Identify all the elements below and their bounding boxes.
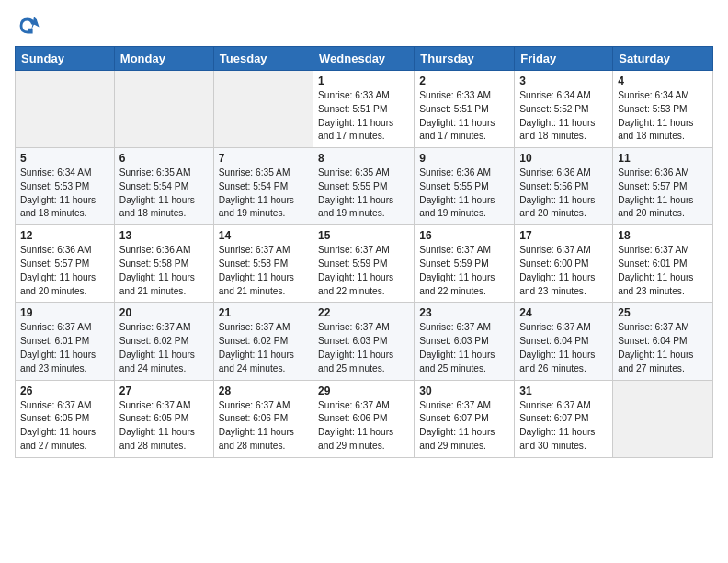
day-info: Sunrise: 6:37 AM Sunset: 6:04 PM Dayligh… <box>519 321 608 375</box>
day-number: 23 <box>419 306 509 319</box>
logo-icon <box>15 13 40 39</box>
day-number: 11 <box>618 152 708 165</box>
weekday-header-sunday: Sunday <box>16 47 115 71</box>
day-cell-24: 24Sunrise: 6:37 AM Sunset: 6:04 PM Dayli… <box>515 303 613 380</box>
day-cell-2: 2Sunrise: 6:33 AM Sunset: 5:51 PM Daylig… <box>415 71 515 148</box>
day-info: Sunrise: 6:35 AM Sunset: 5:54 PM Dayligh… <box>119 167 209 221</box>
day-cell-28: 28Sunrise: 6:37 AM Sunset: 6:06 PM Dayli… <box>213 380 313 457</box>
day-info: Sunrise: 6:37 AM Sunset: 6:06 PM Dayligh… <box>219 399 308 454</box>
day-number: 10 <box>519 152 608 165</box>
day-info: Sunrise: 6:36 AM Sunset: 5:57 PM Dayligh… <box>618 167 708 221</box>
day-number: 4 <box>618 75 708 87</box>
weekday-header-wednesday: Wednesday <box>313 47 415 71</box>
day-number: 3 <box>519 75 608 87</box>
day-number: 8 <box>318 152 409 165</box>
day-info: Sunrise: 6:37 AM Sunset: 6:01 PM Dayligh… <box>618 244 708 298</box>
day-number: 26 <box>20 385 109 397</box>
empty-cell <box>114 71 213 148</box>
day-info: Sunrise: 6:37 AM Sunset: 6:07 PM Dayligh… <box>419 399 509 454</box>
weekday-header-friday: Friday <box>515 47 613 71</box>
day-cell-31: 31Sunrise: 6:37 AM Sunset: 6:07 PM Dayli… <box>515 380 613 457</box>
day-info: Sunrise: 6:35 AM Sunset: 5:55 PM Dayligh… <box>318 167 409 221</box>
day-number: 2 <box>419 75 509 87</box>
day-number: 29 <box>318 385 409 397</box>
day-info: Sunrise: 6:33 AM Sunset: 5:51 PM Dayligh… <box>318 89 409 144</box>
page: SundayMondayTuesdayWednesdayThursdayFrid… <box>0 0 728 473</box>
weekday-header-monday: Monday <box>114 47 213 71</box>
day-info: Sunrise: 6:37 AM Sunset: 6:03 PM Dayligh… <box>318 321 409 375</box>
day-cell-12: 12Sunrise: 6:36 AM Sunset: 5:57 PM Dayli… <box>16 225 115 303</box>
day-info: Sunrise: 6:37 AM Sunset: 5:59 PM Dayligh… <box>318 244 409 298</box>
day-number: 18 <box>618 229 708 242</box>
header <box>15 9 713 39</box>
day-cell-1: 1Sunrise: 6:33 AM Sunset: 5:51 PM Daylig… <box>313 71 415 148</box>
day-info: Sunrise: 6:36 AM Sunset: 5:55 PM Dayligh… <box>419 167 509 221</box>
day-cell-20: 20Sunrise: 6:37 AM Sunset: 6:02 PM Dayli… <box>114 303 213 380</box>
day-cell-30: 30Sunrise: 6:37 AM Sunset: 6:07 PM Dayli… <box>415 380 515 457</box>
day-cell-11: 11Sunrise: 6:36 AM Sunset: 5:57 PM Dayli… <box>613 148 713 225</box>
day-cell-14: 14Sunrise: 6:37 AM Sunset: 5:58 PM Dayli… <box>213 225 313 303</box>
day-cell-9: 9Sunrise: 6:36 AM Sunset: 5:55 PM Daylig… <box>415 148 515 225</box>
week-row-3: 12Sunrise: 6:36 AM Sunset: 5:57 PM Dayli… <box>16 225 713 303</box>
day-cell-22: 22Sunrise: 6:37 AM Sunset: 6:03 PM Dayli… <box>313 303 415 380</box>
day-number: 6 <box>119 152 209 165</box>
weekday-header-tuesday: Tuesday <box>213 47 313 71</box>
day-info: Sunrise: 6:37 AM Sunset: 6:05 PM Dayligh… <box>119 399 209 454</box>
day-number: 5 <box>20 152 109 165</box>
day-info: Sunrise: 6:37 AM Sunset: 6:04 PM Dayligh… <box>618 321 708 375</box>
day-cell-3: 3Sunrise: 6:34 AM Sunset: 5:52 PM Daylig… <box>515 71 613 148</box>
day-number: 7 <box>219 152 308 165</box>
day-cell-18: 18Sunrise: 6:37 AM Sunset: 6:01 PM Dayli… <box>613 225 713 303</box>
day-number: 13 <box>119 229 209 242</box>
day-info: Sunrise: 6:36 AM Sunset: 5:58 PM Dayligh… <box>119 244 209 298</box>
day-cell-8: 8Sunrise: 6:35 AM Sunset: 5:55 PM Daylig… <box>313 148 415 225</box>
day-number: 20 <box>119 306 209 319</box>
day-number: 1 <box>318 75 409 87</box>
day-number: 30 <box>419 385 509 397</box>
day-cell-13: 13Sunrise: 6:36 AM Sunset: 5:58 PM Dayli… <box>114 225 213 303</box>
day-number: 24 <box>519 306 608 319</box>
day-number: 15 <box>318 229 409 242</box>
day-info: Sunrise: 6:37 AM Sunset: 6:07 PM Dayligh… <box>519 399 608 454</box>
weekday-header-saturday: Saturday <box>613 47 713 71</box>
weekday-header-row: SundayMondayTuesdayWednesdayThursdayFrid… <box>16 47 713 71</box>
day-number: 14 <box>219 229 308 242</box>
day-cell-7: 7Sunrise: 6:35 AM Sunset: 5:54 PM Daylig… <box>213 148 313 225</box>
day-info: Sunrise: 6:37 AM Sunset: 5:58 PM Dayligh… <box>219 244 308 298</box>
day-number: 19 <box>20 306 109 319</box>
day-number: 27 <box>119 385 209 397</box>
day-cell-10: 10Sunrise: 6:36 AM Sunset: 5:56 PM Dayli… <box>515 148 613 225</box>
day-cell-4: 4Sunrise: 6:34 AM Sunset: 5:53 PM Daylig… <box>613 71 713 148</box>
day-cell-29: 29Sunrise: 6:37 AM Sunset: 6:06 PM Dayli… <box>313 380 415 457</box>
day-info: Sunrise: 6:37 AM Sunset: 5:59 PM Dayligh… <box>419 244 509 298</box>
week-row-1: 1Sunrise: 6:33 AM Sunset: 5:51 PM Daylig… <box>16 71 713 148</box>
calendar-table: SundayMondayTuesdayWednesdayThursdayFrid… <box>15 46 713 458</box>
day-number: 31 <box>519 385 608 397</box>
day-cell-23: 23Sunrise: 6:37 AM Sunset: 6:03 PM Dayli… <box>415 303 515 380</box>
day-info: Sunrise: 6:37 AM Sunset: 6:00 PM Dayligh… <box>519 244 608 298</box>
day-info: Sunrise: 6:34 AM Sunset: 5:52 PM Dayligh… <box>519 89 608 144</box>
day-number: 22 <box>318 306 409 319</box>
day-cell-17: 17Sunrise: 6:37 AM Sunset: 6:00 PM Dayli… <box>515 225 613 303</box>
day-info: Sunrise: 6:37 AM Sunset: 6:02 PM Dayligh… <box>119 321 209 375</box>
empty-cell <box>613 380 713 457</box>
day-cell-21: 21Sunrise: 6:37 AM Sunset: 6:02 PM Dayli… <box>213 303 313 380</box>
day-info: Sunrise: 6:37 AM Sunset: 6:06 PM Dayligh… <box>318 399 409 454</box>
day-info: Sunrise: 6:36 AM Sunset: 5:56 PM Dayligh… <box>519 167 608 221</box>
day-info: Sunrise: 6:36 AM Sunset: 5:57 PM Dayligh… <box>20 244 109 298</box>
empty-cell <box>213 71 313 148</box>
day-cell-15: 15Sunrise: 6:37 AM Sunset: 5:59 PM Dayli… <box>313 225 415 303</box>
weekday-header-thursday: Thursday <box>415 47 515 71</box>
week-row-2: 5Sunrise: 6:34 AM Sunset: 5:53 PM Daylig… <box>16 148 713 225</box>
day-cell-27: 27Sunrise: 6:37 AM Sunset: 6:05 PM Dayli… <box>114 380 213 457</box>
day-cell-25: 25Sunrise: 6:37 AM Sunset: 6:04 PM Dayli… <box>613 303 713 380</box>
day-number: 28 <box>219 385 308 397</box>
day-info: Sunrise: 6:34 AM Sunset: 5:53 PM Dayligh… <box>618 89 708 144</box>
day-info: Sunrise: 6:37 AM Sunset: 6:05 PM Dayligh… <box>20 399 109 454</box>
empty-cell <box>16 71 115 148</box>
day-info: Sunrise: 6:37 AM Sunset: 6:03 PM Dayligh… <box>419 321 509 375</box>
day-cell-19: 19Sunrise: 6:37 AM Sunset: 6:01 PM Dayli… <box>16 303 115 380</box>
day-info: Sunrise: 6:34 AM Sunset: 5:53 PM Dayligh… <box>20 167 109 221</box>
day-number: 16 <box>419 229 509 242</box>
day-cell-16: 16Sunrise: 6:37 AM Sunset: 5:59 PM Dayli… <box>415 225 515 303</box>
